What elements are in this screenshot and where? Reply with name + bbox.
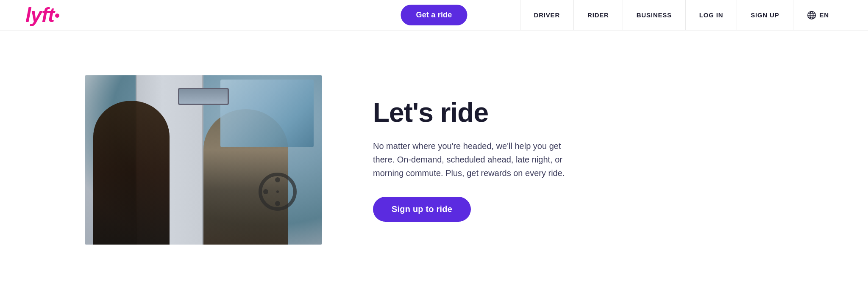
hero-text: Let's ride No matter where you're headed… — [373, 98, 610, 222]
lyft-logo[interactable]: lyft — [25, 5, 59, 25]
header-center: Get a ride — [401, 5, 467, 25]
nav-item-login[interactable]: LOG IN — [685, 0, 737, 30]
hero-title: Let's ride — [373, 98, 610, 127]
hero-section: Let's ride No matter where you're headed… — [0, 30, 868, 289]
main-nav: DRIVER RIDER BUSINESS LOG IN SIGN UP EN — [520, 0, 843, 30]
logo-dot — [55, 14, 59, 18]
hero-description: No matter where you're headed, we'll hel… — [373, 139, 576, 180]
globe-icon — [807, 11, 816, 20]
get-ride-button[interactable]: Get a ride — [401, 5, 467, 25]
nav-item-rider[interactable]: RIDER — [573, 0, 623, 30]
sign-up-to-ride-button[interactable]: Sign up to ride — [373, 197, 471, 222]
logo-area[interactable]: lyft — [25, 5, 59, 25]
language-label: EN — [820, 11, 829, 19]
language-selector[interactable]: EN — [793, 0, 843, 30]
window-visual — [220, 80, 314, 147]
hero-image — [85, 75, 322, 245]
site-header: lyft Get a ride DRIVER RIDER BUSINESS LO… — [0, 0, 868, 30]
nav-item-driver[interactable]: DRIVER — [520, 0, 573, 30]
nav-item-business[interactable]: BUSINESS — [623, 0, 685, 30]
logo-text: lyft — [25, 5, 54, 25]
hero-image-container — [85, 75, 322, 245]
mirror-visual — [178, 88, 229, 105]
nav-item-signup[interactable]: SIGN UP — [737, 0, 793, 30]
steering-wheel-visual — [259, 173, 297, 211]
